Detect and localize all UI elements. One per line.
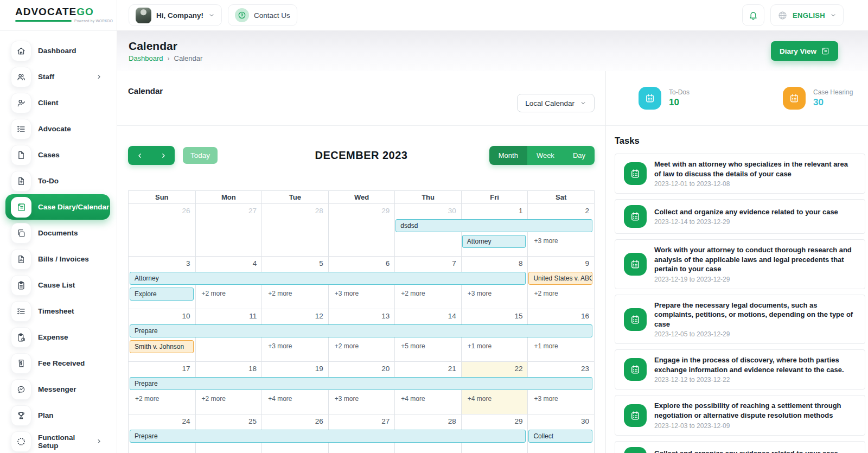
- more-events-link[interactable]: +2 more: [196, 288, 260, 301]
- more-events-link[interactable]: +3 more: [528, 393, 592, 406]
- calendar-event[interactable]: Explore: [130, 288, 194, 301]
- brand-name: ADVOCATE: [15, 6, 76, 17]
- calendar-event[interactable]: dsdsd: [395, 219, 592, 232]
- task-date-range: 2023-12-14 to 2023-12-29: [654, 218, 838, 226]
- view-week-button[interactable]: Week: [527, 146, 564, 165]
- more-events-link[interactable]: +4 more: [395, 393, 459, 406]
- sidebar-item-case-diary-calendar[interactable]: Case Diary/Calendar: [5, 194, 110, 220]
- day-cell-27[interactable]: 27: [195, 204, 262, 256]
- notifications-button[interactable]: [742, 4, 764, 26]
- day-header-fri: Fri: [461, 191, 528, 203]
- day-cell-28[interactable]: 28: [261, 204, 328, 256]
- page-header: Calendar Dashboard › Calendar Diary View: [117, 31, 868, 71]
- more-events-link[interactable]: +2 more: [329, 340, 393, 353]
- task-title: Collect and organize any evidence relate…: [654, 207, 838, 217]
- more-events-link[interactable]: +3 more: [329, 288, 393, 301]
- copy-icon: [11, 223, 31, 244]
- language-label: ENGLISH: [793, 11, 825, 20]
- more-events-link[interactable]: +2 more: [395, 288, 459, 301]
- more-events-link[interactable]: +1 more: [462, 340, 526, 353]
- sidebar-item-advocate[interactable]: Advocate: [5, 116, 110, 142]
- task-item[interactable]: Engage in the process of discovery, wher…: [615, 349, 865, 390]
- brand-accent: GO: [76, 6, 94, 17]
- task-title: Explore the possibility of reaching a se…: [654, 401, 856, 420]
- sidebar-item-label: Plan: [38, 411, 54, 419]
- calendar-event[interactable]: Collect: [528, 430, 592, 443]
- checklist-icon: [11, 119, 31, 139]
- brand-logo: ADVOCATEGO Powered by WORKDO: [0, 0, 117, 31]
- more-events-link[interactable]: +3 more: [329, 393, 393, 406]
- sidebar-item-client[interactable]: Client: [5, 90, 110, 116]
- prev-month-button[interactable]: [128, 146, 151, 165]
- calendar-event[interactable]: Prepare: [130, 324, 592, 337]
- calendar-icon: [639, 87, 661, 110]
- breadcrumb-dashboard-link[interactable]: Dashboard: [129, 54, 163, 62]
- calendar-source-value: Local Calendar: [525, 99, 575, 107]
- task-item[interactable]: Collect and organize any evidence relate…: [615, 199, 865, 234]
- more-events-link[interactable]: +2 more: [263, 288, 327, 301]
- calendar-week-5: 24252627282930PrepareCollect: [129, 414, 594, 453]
- sidebar-item-label: Client: [38, 99, 59, 107]
- calendar-icon: [624, 308, 647, 331]
- contact-us-button[interactable]: Contact Us: [228, 4, 297, 26]
- more-events-link[interactable]: +3 more: [462, 288, 526, 301]
- calendar-event[interactable]: United States v. ABC: [528, 272, 592, 285]
- sidebar-item-label: Expense: [38, 333, 68, 341]
- sidebar-item-fee-received[interactable]: Fee Received: [5, 350, 110, 376]
- calendar-event[interactable]: Smith v. Johnson: [130, 340, 194, 353]
- task-item[interactable]: Meet with an attorney who specializes in…: [615, 154, 865, 194]
- sidebar-item-plan[interactable]: Plan: [5, 403, 110, 428]
- sidebar-item-expense[interactable]: Expense: [5, 324, 110, 350]
- calendar-source-select[interactable]: Local Calendar: [517, 94, 595, 112]
- chevron-down-icon: [830, 12, 837, 18]
- sidebar-item-messenger[interactable]: Messenger: [5, 377, 110, 402]
- diary-view-button[interactable]: Diary View: [771, 41, 838, 61]
- sidebar-item-staff[interactable]: Staff: [5, 64, 110, 90]
- calendar-icon: [624, 253, 647, 276]
- sidebar-item-bills-invoices[interactable]: Bills / Invoices: [5, 246, 110, 272]
- calendar-event[interactable]: Attorney: [130, 272, 526, 285]
- clipboard-clock-icon: [11, 327, 31, 348]
- task-title: Meet with an attorney who specializes in…: [654, 159, 856, 178]
- more-events-link[interactable]: +4 more: [462, 393, 526, 406]
- sidebar-item-to-do[interactable]: To-Do: [5, 168, 110, 194]
- sidebar-item-documents[interactable]: Documents: [5, 220, 110, 246]
- day-cell-29[interactable]: 29: [328, 204, 395, 256]
- topbar: Hi, Company! Contact Us ENGLISH: [117, 0, 868, 31]
- sidebar-item-dashboard[interactable]: Dashboard: [5, 38, 110, 63]
- day-cell-26[interactable]: 26: [129, 204, 195, 256]
- more-events-link[interactable]: +2 more: [528, 288, 592, 301]
- more-events-link[interactable]: +2 more: [130, 393, 194, 406]
- user-menu[interactable]: Hi, Company!: [129, 4, 222, 26]
- calendar-event[interactable]: Prepare: [130, 430, 526, 443]
- task-item[interactable]: Prepare the necessary legal documents, s…: [615, 295, 865, 344]
- more-events-link[interactable]: +4 more: [263, 393, 327, 406]
- stat-label: Case Hearing: [813, 88, 853, 96]
- right-panel: To-Dos10Case Hearing30 Tasks Meet with a…: [605, 71, 868, 453]
- sidebar-item-timesheet[interactable]: Timesheet: [5, 298, 110, 324]
- sidebar-item-cause-list[interactable]: Cause List: [5, 272, 110, 298]
- more-events-link[interactable]: +2 more: [196, 393, 260, 406]
- task-item[interactable]: Work with your attorney to conduct thoro…: [615, 239, 865, 289]
- sidebar-item-functional-setup[interactable]: Functional Setup: [5, 429, 110, 453]
- task-item[interactable]: Explore the possibility of reaching a se…: [615, 395, 865, 435]
- task-list: Meet with an attorney who specializes in…: [615, 154, 865, 453]
- more-events-link[interactable]: +3 more: [263, 340, 327, 353]
- more-events-link[interactable]: +1 more: [528, 340, 592, 353]
- avatar: [136, 8, 151, 23]
- task-item[interactable]: Collect and organize any evidence relate…: [615, 441, 865, 453]
- sidebar-item-label: To-Do: [38, 177, 59, 185]
- file-icon: [11, 145, 31, 165]
- calendar-view-switcher: Month Week Day: [489, 146, 595, 165]
- more-events-link[interactable]: +5 more: [395, 340, 459, 353]
- view-day-button[interactable]: Day: [564, 146, 595, 165]
- language-selector[interactable]: ENGLISH: [770, 4, 844, 26]
- more-events-link[interactable]: +3 more: [528, 235, 592, 248]
- today-button[interactable]: Today: [183, 147, 218, 164]
- sidebar-item-cases[interactable]: Cases: [5, 142, 110, 168]
- trophy-icon: [11, 405, 31, 426]
- view-month-button[interactable]: Month: [489, 146, 527, 165]
- next-month-button[interactable]: [151, 146, 175, 165]
- calendar-event[interactable]: Attorney: [462, 235, 526, 248]
- calendar-event[interactable]: Prepare: [130, 377, 592, 390]
